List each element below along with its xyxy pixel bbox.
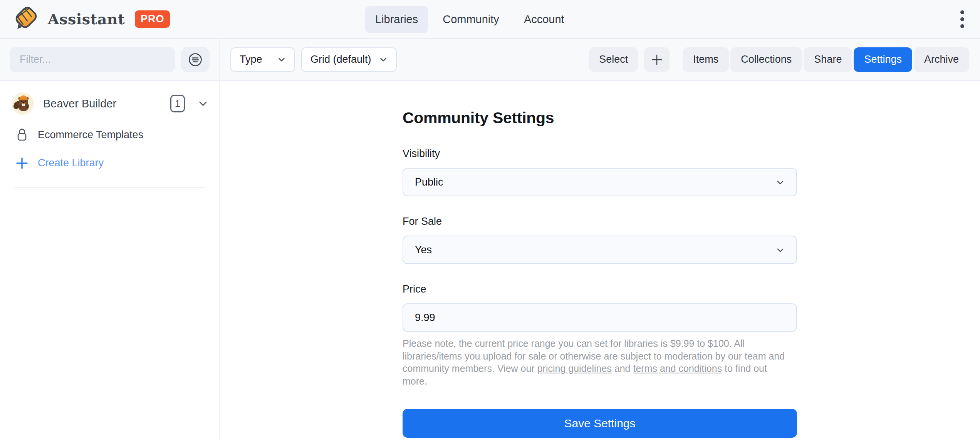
kebab-icon	[960, 9, 965, 29]
filter-circle-icon	[188, 52, 203, 67]
chevron-down-icon	[378, 55, 388, 65]
sidebar: Beaver Builder 1 Ecommerce Templates Cre…	[0, 81, 220, 439]
filter-input[interactable]	[10, 47, 175, 72]
terms-and-conditions-link[interactable]: terms and conditions	[633, 363, 722, 374]
pricing-guidelines-link[interactable]: pricing guidelines	[537, 363, 612, 374]
top-nav: Libraries Community Account	[365, 0, 574, 39]
lock-icon	[16, 128, 28, 142]
for-sale-value: Yes	[415, 244, 432, 256]
toolbar: Type Grid (default) Select Items Collect…	[0, 39, 980, 81]
chevron-down-icon	[775, 245, 785, 255]
sidebar-toolbar	[0, 39, 220, 80]
tab-settings[interactable]: Settings	[854, 47, 912, 72]
tab-items[interactable]: Items	[683, 47, 729, 72]
plus-icon	[651, 54, 663, 66]
tab-share[interactable]: Share	[804, 47, 852, 72]
for-sale-select[interactable]: Yes	[403, 236, 797, 264]
brand: Assistant PRO	[12, 5, 170, 33]
view-dropdown-label: Grid (default)	[310, 54, 371, 65]
library-count-badge: 1	[170, 95, 185, 112]
main-toolbar: Type Grid (default) Select Items Collect…	[220, 39, 980, 80]
settings-form: Community Settings Visibility Public For…	[403, 109, 797, 438]
plus-icon	[16, 157, 28, 169]
page-title: Community Settings	[403, 109, 797, 127]
chevron-down-icon	[277, 55, 287, 65]
nav-community[interactable]: Community	[433, 6, 509, 33]
sidebar-item-beaver-builder[interactable]: Beaver Builder 1	[12, 92, 209, 115]
tab-archive[interactable]: Archive	[914, 47, 969, 72]
library-name: Beaver Builder	[43, 97, 161, 110]
price-note-text: and	[612, 363, 633, 374]
tab-collections[interactable]: Collections	[730, 47, 802, 72]
chevron-down-icon	[197, 98, 209, 109]
visibility-value: Public	[415, 176, 443, 188]
type-dropdown[interactable]: Type	[230, 47, 295, 72]
nav-account[interactable]: Account	[514, 6, 574, 33]
pro-badge: PRO	[135, 10, 170, 28]
main-content: Community Settings Visibility Public For…	[220, 81, 980, 439]
create-library-link[interactable]: Create Library	[12, 157, 209, 169]
for-sale-label: For Sale	[403, 216, 797, 228]
beaver-avatar	[12, 92, 34, 115]
brand-name: Assistant	[48, 10, 125, 28]
sidebar-item-ecommerce-templates[interactable]: Ecommerce Templates	[12, 128, 209, 142]
price-note: Please note, the current price range you…	[403, 337, 793, 387]
library-expand-button[interactable]	[197, 98, 209, 109]
filter-options-button[interactable]	[181, 47, 210, 72]
assistant-logo-icon	[12, 5, 39, 33]
sidebar-item-label: Ecommerce Templates	[38, 129, 143, 141]
sidebar-divider	[14, 187, 205, 187]
page-body: Beaver Builder 1 Ecommerce Templates Cre…	[0, 81, 980, 439]
top-header: Assistant PRO Libraries Community Accoun…	[0, 0, 980, 39]
chevron-down-icon	[775, 177, 785, 187]
price-label: Price	[403, 283, 797, 295]
select-button[interactable]: Select	[589, 47, 638, 72]
visibility-label: Visibility	[403, 148, 797, 160]
section-tabs: Items Collections Share Settings Archive	[683, 47, 969, 72]
view-dropdown[interactable]: Grid (default)	[301, 47, 397, 72]
visibility-select[interactable]: Public	[403, 168, 797, 196]
save-settings-button[interactable]: Save Settings	[403, 409, 797, 438]
add-button[interactable]	[644, 47, 670, 72]
overflow-menu-button[interactable]	[958, 5, 967, 33]
nav-libraries[interactable]: Libraries	[365, 6, 428, 33]
price-input[interactable]	[403, 303, 797, 332]
type-dropdown-label: Type	[240, 54, 262, 65]
create-library-label: Create Library	[38, 157, 104, 169]
